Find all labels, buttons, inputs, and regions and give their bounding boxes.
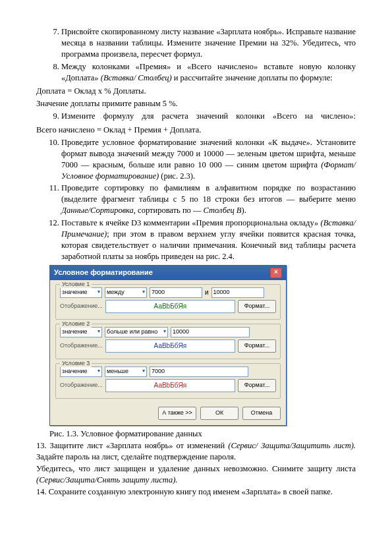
- doplata-formula: Доплата = Оклад х % Доплаты.: [36, 86, 356, 97]
- dialog-titlebar[interactable]: Условное форматирование ×: [50, 266, 286, 280]
- cond2-format-button[interactable]: Формат...: [238, 339, 276, 353]
- vsego-formula: Всего начислено = Оклад + Премия + Допла…: [36, 125, 356, 136]
- cond2-preview: АаВbБбЯя: [105, 339, 235, 353]
- condition-1-group: Условие 1 значение между 7000 и 10000 От…: [55, 284, 281, 320]
- figure-caption: Рис. 1.3. Условное форматирование данных: [49, 428, 356, 440]
- item-7-text: Присвойте скопированному листу название …: [61, 27, 356, 59]
- znach-text: Значение доплаты примите равным 5 %.: [36, 98, 356, 109]
- dialog-title: Условное форматирование: [54, 268, 153, 278]
- cond1-value2-input[interactable]: 10000: [211, 287, 264, 298]
- cond1-preview: АаВbБбЯя: [105, 300, 235, 313]
- item-7: Присвойте скопированному листу название …: [61, 26, 356, 60]
- item-12: Поставьте к ячейке D3 комментарии «Преми…: [61, 218, 356, 262]
- cond2-type-select[interactable]: значение: [60, 327, 102, 337]
- conditional-formatting-dialog: Условное форматирование × Условие 1 знач…: [49, 265, 287, 426]
- condition-3-group: Условие 3 значение меньше 7000 Отображен…: [55, 363, 281, 399]
- cond3-op-select[interactable]: меньше: [105, 366, 147, 377]
- close-icon[interactable]: ×: [270, 268, 282, 278]
- item-14: 14. Сохраните созданную электронную книг…: [36, 486, 356, 498]
- item-8: Между колонками «Премия» и «Всего начисл…: [61, 61, 356, 84]
- cond1-format-label: Отображение...: [60, 302, 103, 310]
- cond1-type-select[interactable]: значение: [60, 287, 102, 298]
- add-remove-button[interactable]: А также >>: [158, 407, 196, 420]
- cond1-format-button[interactable]: Формат...: [238, 300, 276, 313]
- item-13b: Убедитесь, что лист защищен и удаление д…: [36, 463, 356, 486]
- condition-2-group: Условие 2 значение больше или равно 1000…: [55, 324, 281, 359]
- cond3-format-label: Отображение...: [60, 381, 103, 389]
- ok-button[interactable]: ОК: [200, 407, 238, 420]
- cond3-value1-input[interactable]: 7000: [150, 366, 248, 377]
- item-9: Измените формулу для расчета значений ко…: [61, 111, 356, 122]
- item-11: Проведите сортировку по фамилиям в алфав…: [61, 183, 356, 216]
- item-10: Проведите условное форматирование значен…: [61, 137, 356, 182]
- cond2-value1-input[interactable]: 10000: [171, 327, 250, 337]
- cond3-preview: АаВbБбЯя: [105, 379, 235, 392]
- cond1-op-select[interactable]: между: [105, 287, 147, 298]
- cond2-format-label: Отображение...: [60, 341, 103, 349]
- cond3-format-button[interactable]: Формат...: [238, 379, 276, 392]
- cancel-button[interactable]: Отмена: [242, 407, 281, 420]
- cond2-op-select[interactable]: больше или равно: [105, 327, 168, 337]
- cond3-type-select[interactable]: значение: [60, 366, 102, 377]
- item-13: 13. Защитите лист «Зарплата ноябрь» от и…: [36, 440, 356, 463]
- cond1-value1-input[interactable]: 7000: [150, 287, 202, 298]
